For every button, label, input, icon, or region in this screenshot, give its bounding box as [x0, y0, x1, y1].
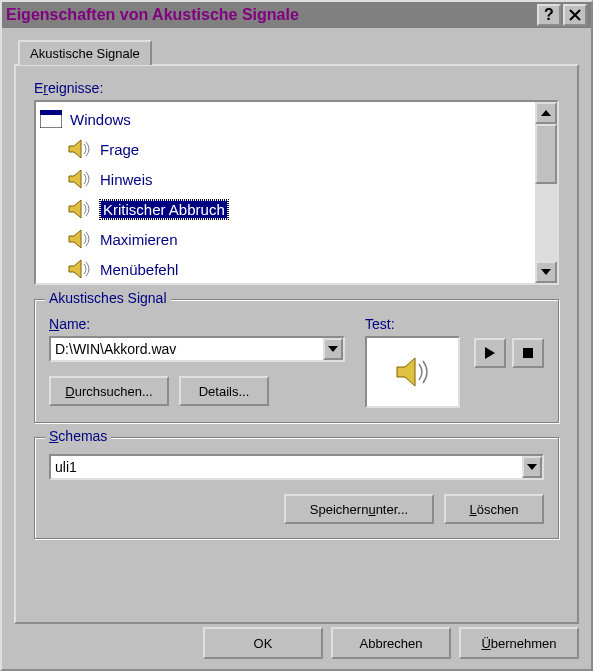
tree-item-label: Hinweis	[100, 171, 153, 188]
speaker-icon	[393, 355, 433, 389]
svg-marker-8	[541, 269, 551, 275]
schema-dropdown[interactable]	[522, 456, 542, 478]
dialog-footer: OK Abbrechen Übernehmen	[203, 627, 579, 659]
svg-rect-1	[40, 110, 62, 115]
schema-input[interactable]	[51, 456, 522, 478]
sound-name-input[interactable]	[51, 338, 323, 360]
tree-root[interactable]: Windows	[36, 104, 535, 134]
tab-sounds[interactable]: Akustische Signale	[18, 40, 152, 65]
speaker-icon	[66, 168, 92, 190]
sound-name-combo[interactable]	[49, 336, 345, 362]
speaker-icon	[66, 258, 92, 280]
schema-combo[interactable]	[49, 454, 544, 480]
tree-item[interactable]: Maximieren	[36, 224, 535, 254]
svg-marker-6	[69, 260, 81, 278]
titlebar-text: Eigenschaften von Akustische Signale	[6, 6, 535, 24]
titlebar: Eigenschaften von Akustische Signale ?	[2, 2, 591, 28]
svg-marker-5	[69, 230, 81, 248]
help-button[interactable]: ?	[537, 4, 561, 26]
details-button[interactable]: Details...	[179, 376, 269, 406]
scroll-thumb[interactable]	[535, 124, 557, 184]
svg-marker-7	[541, 110, 551, 116]
svg-marker-2	[69, 140, 81, 158]
scroll-up-button[interactable]	[535, 102, 557, 124]
tree-item[interactable]: Frage	[36, 134, 535, 164]
save-as-button[interactable]: Speichern unter...	[284, 494, 434, 524]
svg-marker-9	[328, 346, 338, 352]
stop-button[interactable]	[512, 338, 544, 368]
tree-item[interactable]: Hinweis	[36, 164, 535, 194]
delete-button[interactable]: Löschen	[444, 494, 544, 524]
chevron-down-icon	[541, 269, 551, 275]
play-button[interactable]	[474, 338, 506, 368]
events-label: Ereignisse:	[34, 80, 559, 96]
speaker-icon	[66, 228, 92, 250]
close-button[interactable]	[563, 4, 587, 26]
scroll-track[interactable]	[535, 184, 557, 261]
tree-item-label: Menübefehl	[100, 261, 178, 278]
dialog-window: Eigenschaften von Akustische Signale ? A…	[0, 0, 593, 671]
signal-group-label: Akustisches Signal	[45, 290, 171, 306]
ok-button[interactable]: OK	[203, 627, 323, 659]
apply-button[interactable]: Übernehmen	[459, 627, 579, 659]
svg-rect-12	[523, 348, 533, 358]
svg-marker-10	[397, 358, 415, 386]
close-icon	[569, 9, 581, 21]
speaker-icon	[66, 198, 92, 220]
stop-icon	[523, 348, 533, 358]
svg-marker-11	[485, 347, 495, 359]
chevron-up-icon	[541, 110, 551, 116]
speaker-icon	[66, 138, 92, 160]
svg-marker-3	[69, 170, 81, 188]
name-label: Name:	[49, 316, 345, 332]
sound-name-dropdown[interactable]	[323, 338, 343, 360]
windows-icon	[40, 110, 62, 128]
svg-marker-4	[69, 200, 81, 218]
tree-item-label: Frage	[100, 141, 139, 158]
dialog-body: Akustische Signale Ereignisse: Windows F…	[2, 28, 591, 624]
svg-marker-13	[527, 464, 537, 470]
tree-item-selected[interactable]: Kritischer Abbruch	[36, 194, 535, 224]
tab-row: Akustische Signale	[14, 40, 579, 66]
tree-item-label: Maximieren	[100, 231, 178, 248]
tree-item[interactable]: Menübefehl	[36, 254, 535, 283]
schemas-group-label: Schemas	[45, 428, 111, 444]
browse-button[interactable]: Durchsuchen...	[49, 376, 169, 406]
test-label: Test:	[365, 316, 460, 332]
cancel-button[interactable]: Abbrechen	[331, 627, 451, 659]
tab-panel: Ereignisse: Windows Frage Hinweis	[14, 64, 579, 624]
preview-box	[365, 336, 460, 408]
schemas-group: Schemas Speichern unter... Löschen	[34, 437, 559, 539]
signal-group: Akustisches Signal Name:	[34, 299, 559, 423]
events-tree-list[interactable]: Windows Frage Hinweis Kritischer Abbruch	[36, 102, 535, 283]
scroll-down-button[interactable]	[535, 261, 557, 283]
chevron-down-icon	[527, 464, 537, 470]
tree-item-label: Kritischer Abbruch	[100, 200, 228, 219]
scrollbar[interactable]	[535, 102, 557, 283]
tree-root-label: Windows	[70, 111, 131, 128]
play-icon	[485, 347, 495, 359]
chevron-down-icon	[328, 346, 338, 352]
events-tree: Windows Frage Hinweis Kritischer Abbruch	[34, 100, 559, 285]
